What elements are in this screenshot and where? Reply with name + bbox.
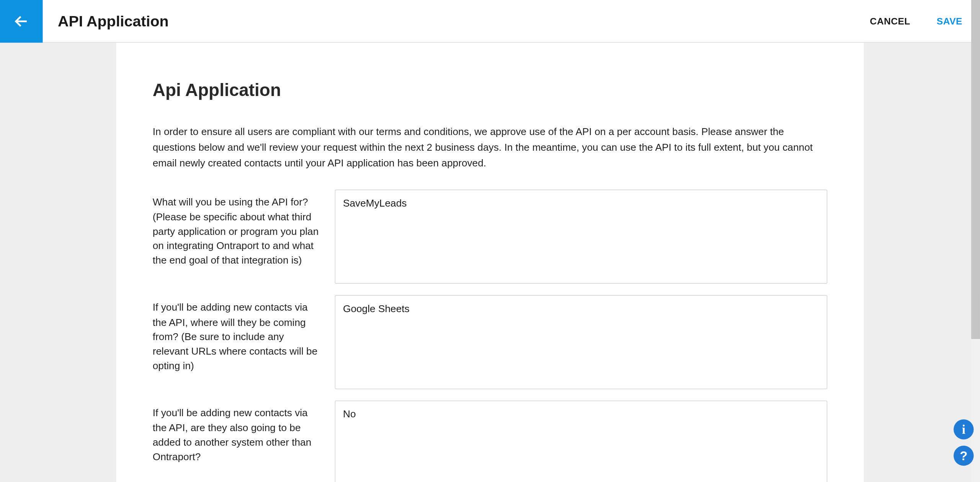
content-wrap: Api Application In order to ensure all u… [0,43,980,482]
header-bar: API Application CANCEL SAVE [0,0,980,43]
input-other-system[interactable] [335,401,828,482]
save-button[interactable]: SAVE [937,16,962,26]
info-icon[interactable]: i [954,419,974,440]
float-icons: i ? [954,419,974,466]
form-row-usage: What will you be using the API for? (Ple… [153,190,827,287]
back-button[interactable] [0,0,43,42]
page-title: API Application [58,12,169,30]
form-row-source: If you'll be adding new contacts via the… [153,295,827,392]
input-source[interactable] [335,295,828,389]
label-other-system: If you'll be adding new contacts via the… [153,401,335,464]
arrow-left-icon [13,13,29,29]
section-title: Api Application [153,80,827,101]
section-intro: In order to ensure all users are complia… [153,124,818,171]
label-usage: What will you be using the API for? (Ple… [153,190,335,267]
header-actions: CANCEL SAVE [870,16,980,26]
form-row-other-system: If you'll be adding new contacts via the… [153,401,827,482]
input-usage[interactable] [335,190,828,284]
scrollbar-track[interactable] [971,0,980,482]
form-card: Api Application In order to ensure all u… [116,43,864,482]
help-icon[interactable]: ? [954,446,974,466]
cancel-button[interactable]: CANCEL [870,16,910,26]
scrollbar-thumb[interactable] [971,0,980,339]
label-source: If you'll be adding new contacts via the… [153,295,335,373]
